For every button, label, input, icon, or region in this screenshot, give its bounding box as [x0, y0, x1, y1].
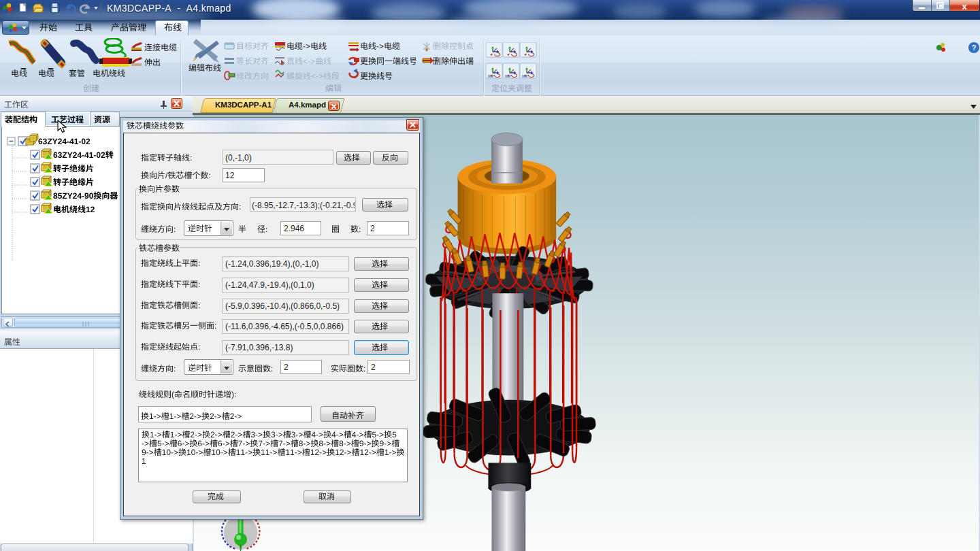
svg-text:?: ?	[972, 44, 977, 52]
svg-text:x: x	[962, 1, 967, 12]
